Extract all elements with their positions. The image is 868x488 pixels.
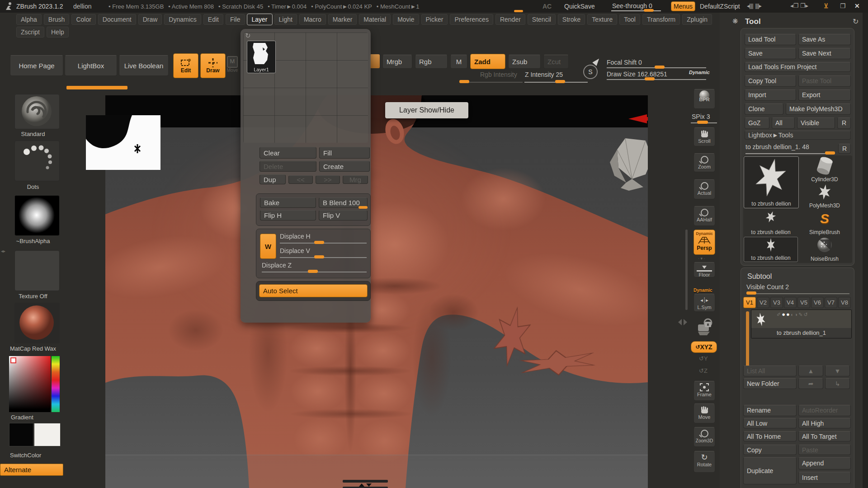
z-intensity-handle[interactable]: [555, 80, 565, 83]
menu-item[interactable]: Transform: [642, 14, 680, 25]
layer-prev-button[interactable]: <<: [288, 175, 313, 184]
frame-button[interactable]: Frame: [693, 381, 715, 401]
floor-button[interactable]: Floor: [693, 262, 715, 277]
stroke-selector[interactable]: [14, 141, 60, 181]
vtab[interactable]: V4: [784, 297, 797, 308]
polypaint-icon[interactable]: ✐: [777, 312, 782, 317]
draw-size-slider[interactable]: Draw Size 162.68251: [607, 70, 667, 78]
w-toggle[interactable]: W: [260, 234, 276, 259]
tool-thumb-cylinder3d[interactable]: Cylinder3D: [799, 156, 850, 183]
tool-thumb-dellion3[interactable]: to zbrush dellion: [744, 237, 798, 262]
color-picker-hue[interactable]: [52, 356, 60, 412]
menu-item[interactable]: Draw: [138, 14, 162, 25]
edit-button[interactable]: Edit: [173, 53, 198, 78]
save-as-button[interactable]: Save As: [798, 34, 851, 45]
menu-item[interactable]: Macro: [299, 14, 326, 25]
mrgb-button[interactable]: Mrgb: [382, 55, 412, 69]
actual-button[interactable]: Actual: [693, 179, 715, 199]
color-picker-sv[interactable]: [9, 356, 51, 412]
menu-item[interactable]: Picker: [421, 14, 448, 25]
menu-item[interactable]: File: [226, 14, 245, 25]
tool-r-button[interactable]: R: [838, 144, 851, 154]
paste-tool-button[interactable]: Paste Tool: [798, 75, 851, 87]
texture-selector[interactable]: [14, 250, 60, 291]
dynamic-label[interactable]: Dynamic: [689, 70, 710, 75]
move-button[interactable]: M Move: [225, 56, 240, 76]
autoreorder-button[interactable]: AutoReorder: [798, 405, 851, 416]
record-lock-icon[interactable]: [696, 316, 713, 336]
subtool-down-button[interactable]: ▼: [825, 366, 850, 376]
zadd-button[interactable]: Zadd: [470, 54, 505, 69]
rotate-xyz-button[interactable]: ↺XYZ: [691, 341, 717, 353]
all-to-target-button[interactable]: All To Target: [798, 431, 851, 441]
zsub-button[interactable]: Zsub: [508, 55, 541, 69]
menu-item[interactable]: Render: [495, 14, 525, 25]
goz-visible-button[interactable]: Visible: [797, 117, 835, 129]
see-through-handle[interactable]: [644, 9, 654, 12]
main-color-swatch[interactable]: [9, 423, 33, 446]
draw-size-handle[interactable]: [645, 77, 655, 80]
refresh-icon[interactable]: ↺: [803, 312, 808, 317]
bake-button[interactable]: Bake: [260, 197, 316, 208]
goz-all-button[interactable]: All: [772, 117, 795, 129]
menu-item[interactable]: Movie: [393, 14, 419, 25]
vtab[interactable]: V6: [811, 297, 824, 308]
subtool-up-button[interactable]: ▲: [798, 366, 823, 376]
tool-thumb-noisebrush[interactable]: NoiseBrush: [799, 237, 850, 262]
b-blend-handle[interactable]: [359, 206, 368, 209]
rotate-button[interactable]: ↻ Rotate: [693, 451, 715, 473]
spix-slider[interactable]: SPix 3: [692, 113, 710, 120]
draw-size-track[interactable]: [607, 79, 706, 80]
duplicate-button[interactable]: Duplicate: [743, 457, 797, 484]
shelf-scrollbar[interactable]: [685, 230, 688, 310]
lightbox-progress-bar[interactable]: [66, 86, 127, 89]
alpha-selector[interactable]: [14, 195, 60, 236]
bpr-button[interactable]: BPR: [693, 89, 715, 109]
move-tool-button[interactable]: Move: [693, 404, 715, 423]
displace-v-handle[interactable]: [314, 255, 324, 258]
menu-item[interactable]: Color: [71, 14, 95, 25]
all-high-button[interactable]: All High: [798, 418, 851, 428]
aahalf-button[interactable]: AAHalf: [693, 206, 715, 226]
live-boolean-button[interactable]: Live Boolean: [119, 55, 169, 76]
panel-refresh-icon[interactable]: ↻: [853, 17, 859, 26]
layer-clear-button[interactable]: Clear: [259, 147, 316, 159]
lightbox-tools-button[interactable]: Lightbox►Tools: [745, 131, 851, 140]
make-polymesh3d-button[interactable]: Make PolyMesh3D: [786, 103, 851, 115]
menu-item[interactable]: Preferences: [450, 14, 493, 25]
all-to-home-button[interactable]: All To Home: [743, 431, 797, 441]
save-next-button[interactable]: Save Next: [798, 48, 851, 59]
menu-item[interactable]: Zplugin: [682, 14, 712, 25]
restore-icon[interactable]: ❐: [840, 2, 846, 9]
zcut-button[interactable]: Zcut: [543, 55, 569, 69]
rgb-intensity-handle[interactable]: [459, 80, 469, 83]
menu-item[interactable]: Layer: [247, 14, 272, 25]
material-selector[interactable]: [14, 303, 60, 343]
rgb-button[interactable]: Rgb: [415, 55, 448, 69]
displace-h-slider[interactable]: Displace H: [280, 233, 311, 240]
menus-button[interactable]: Menus: [671, 1, 695, 11]
goz-r-button[interactable]: R: [837, 117, 851, 129]
contrast-icon[interactable]: ◑: [795, 312, 799, 317]
scroll-up-icon[interactable]: [359, 483, 364, 487]
rotate-z-button[interactable]: ↺Z: [699, 367, 708, 374]
zoom3d-button[interactable]: Zoom3D: [693, 427, 715, 447]
window-arrange-icon[interactable]: ◂❐ ❐▸: [790, 2, 808, 9]
lightbox-button[interactable]: LightBox: [65, 55, 117, 76]
export-button[interactable]: Export: [798, 89, 851, 101]
quicksave-button[interactable]: QuickSave: [564, 3, 595, 10]
save-button[interactable]: Save: [745, 48, 796, 59]
layer-fill-button[interactable]: Fill: [319, 147, 370, 159]
halfsphere-icon[interactable]: ◐: [791, 312, 795, 317]
gradient-label[interactable]: Gradient: [11, 414, 77, 421]
scroll-button[interactable]: Scroll: [693, 127, 715, 146]
menu-item[interactable]: Zscript: [16, 27, 44, 38]
tool-thumb-dellion2[interactable]: to zbrush dellion: [744, 210, 798, 235]
vtab[interactable]: V2: [757, 297, 769, 308]
goz-button[interactable]: GoZ: [745, 117, 769, 129]
import-button[interactable]: Import: [745, 89, 796, 101]
color-swatch[interactable]: [370, 54, 380, 68]
persp-button[interactable]: Dynamic Persp: [693, 230, 715, 255]
secondary-color-swatch[interactable]: [34, 423, 61, 446]
close-icon[interactable]: ✕: [854, 2, 860, 9]
